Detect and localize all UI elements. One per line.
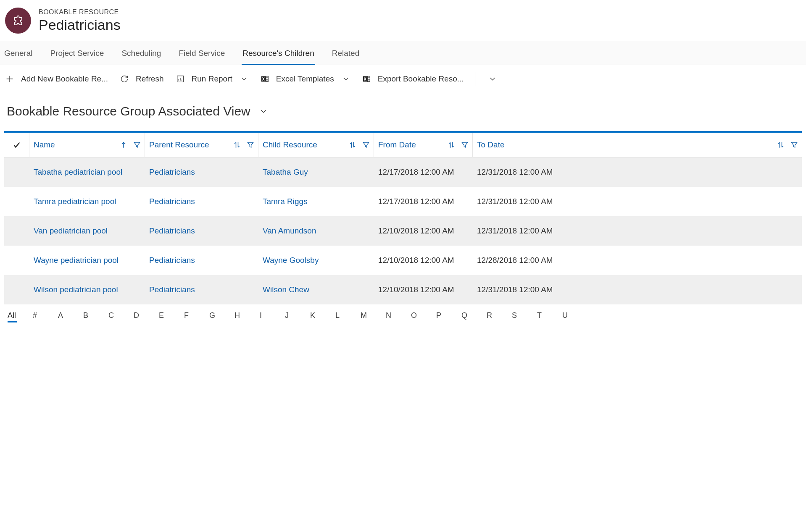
- alpha-filter-#[interactable]: #: [33, 309, 58, 322]
- cell-parent-resource[interactable]: Pediatricians: [145, 187, 258, 216]
- alpha-filter-f[interactable]: F: [184, 309, 209, 322]
- tab-general[interactable]: General: [3, 41, 34, 65]
- cell-child-resource[interactable]: Wilson Chew: [258, 275, 374, 304]
- column-child-label: Child Resource: [263, 140, 348, 149]
- column-header-parent-resource[interactable]: Parent Resource: [145, 133, 258, 157]
- filter-icon[interactable]: [133, 141, 141, 149]
- chevron-down-icon: [240, 75, 248, 83]
- column-header-from-date[interactable]: From Date: [374, 133, 473, 157]
- cell-name[interactable]: Wilson pediatrician pool: [29, 275, 145, 304]
- row-checkbox[interactable]: [4, 187, 29, 216]
- alpha-filter-k[interactable]: K: [310, 309, 335, 322]
- tab-project-service[interactable]: Project Service: [50, 41, 105, 65]
- column-header-to-date[interactable]: To Date: [473, 133, 802, 157]
- alpha-filter-h[interactable]: H: [234, 309, 260, 322]
- alpha-filter-s[interactable]: S: [512, 309, 537, 322]
- alpha-filter-b[interactable]: B: [83, 309, 108, 322]
- table-row[interactable]: Tabatha pediatrician poolPediatriciansTa…: [4, 157, 802, 187]
- refresh-icon: [120, 74, 129, 84]
- column-header-name[interactable]: Name: [29, 133, 145, 157]
- export-label: Export Bookable Reso...: [378, 74, 464, 84]
- alpha-filter-g[interactable]: G: [209, 309, 234, 322]
- sort-icon[interactable]: [777, 141, 785, 149]
- record-header: BOOKABLE RESOURCE Pediatricians: [0, 0, 806, 41]
- cell-child-resource[interactable]: Wayne Goolsby: [258, 246, 374, 275]
- alpha-filter-bar: All#ABCDEFGHIJKLMNOPQRSTU: [0, 304, 806, 324]
- refresh-button[interactable]: Refresh: [120, 74, 164, 84]
- alpha-filter-c[interactable]: C: [108, 309, 134, 322]
- sort-icon[interactable]: [447, 141, 456, 149]
- export-button[interactable]: Export Bookable Reso...: [362, 74, 464, 84]
- cell-parent-resource[interactable]: Pediatricians: [145, 275, 258, 304]
- alpha-filter-e[interactable]: E: [159, 309, 184, 322]
- sort-icon[interactable]: [348, 141, 357, 149]
- cell-name[interactable]: Wayne pediatrician pool: [29, 246, 145, 275]
- tab-field-service[interactable]: Field Service: [178, 41, 226, 65]
- alpha-filter-a[interactable]: A: [58, 309, 83, 322]
- filter-icon[interactable]: [790, 141, 798, 149]
- cell-parent-resource[interactable]: Pediatricians: [145, 157, 258, 187]
- report-icon: [176, 74, 185, 84]
- run-report-button[interactable]: Run Report: [176, 74, 248, 84]
- table-row[interactable]: Wilson pediatrician poolPediatriciansWil…: [4, 275, 802, 304]
- table-row[interactable]: Van pediatrician poolPediatriciansVan Am…: [4, 216, 802, 246]
- select-all-checkbox[interactable]: [4, 133, 29, 157]
- cell-to-date: 12/31/2018 12:00 AM: [473, 275, 802, 304]
- row-checkbox[interactable]: [4, 246, 29, 275]
- entity-icon: [5, 8, 31, 34]
- column-to-label: To Date: [477, 140, 777, 149]
- cell-from-date: 12/10/2018 12:00 AM: [374, 246, 473, 275]
- tab-related[interactable]: Related: [331, 41, 361, 65]
- view-title-label: Bookable Resource Group Associated View: [7, 104, 250, 118]
- cell-parent-resource[interactable]: Pediatricians: [145, 216, 258, 246]
- alpha-filter-r[interactable]: R: [487, 309, 512, 322]
- alpha-filter-all[interactable]: All: [8, 309, 33, 322]
- tab-resources-children[interactable]: Resource's Children: [242, 41, 315, 65]
- alpha-filter-q[interactable]: Q: [461, 309, 487, 322]
- add-new-button[interactable]: Add New Bookable Re...: [5, 74, 108, 84]
- cell-child-resource[interactable]: Tamra Riggs: [258, 187, 374, 216]
- tab-bar: General Project Service Scheduling Field…: [0, 41, 806, 65]
- chevron-down-icon: [259, 107, 268, 116]
- row-checkbox[interactable]: [4, 157, 29, 187]
- alpha-filter-l[interactable]: L: [335, 309, 361, 322]
- filter-icon[interactable]: [362, 141, 370, 149]
- cell-child-resource[interactable]: Van Amundson: [258, 216, 374, 246]
- more-commands-button[interactable]: [488, 74, 497, 84]
- cell-from-date: 12/10/2018 12:00 AM: [374, 216, 473, 246]
- sort-asc-icon[interactable]: [119, 141, 128, 149]
- cell-name[interactable]: Van pediatrician pool: [29, 216, 145, 246]
- alpha-filter-o[interactable]: O: [411, 309, 436, 322]
- excel-icon: [260, 74, 269, 84]
- excel-templates-label: Excel Templates: [276, 74, 334, 84]
- cell-name[interactable]: Tabatha pediatrician pool: [29, 157, 145, 187]
- cell-child-resource[interactable]: Tabatha Guy: [258, 157, 374, 187]
- alpha-filter-u[interactable]: U: [562, 309, 587, 322]
- view-title-row: Bookable Resource Group Associated View: [0, 93, 806, 131]
- alpha-filter-n[interactable]: N: [386, 309, 411, 322]
- filter-icon[interactable]: [246, 141, 255, 149]
- row-checkbox[interactable]: [4, 216, 29, 246]
- alpha-filter-i[interactable]: I: [260, 309, 285, 322]
- cell-name[interactable]: Tamra pediatrician pool: [29, 187, 145, 216]
- alpha-filter-t[interactable]: T: [537, 309, 562, 322]
- grid-body: Tabatha pediatrician poolPediatriciansTa…: [4, 157, 802, 304]
- command-bar: Add New Bookable Re... Refresh Run Repor…: [0, 65, 806, 93]
- table-row[interactable]: Wayne pediatrician poolPediatriciansWayn…: [4, 246, 802, 275]
- cell-from-date: 12/10/2018 12:00 AM: [374, 275, 473, 304]
- column-header-child-resource[interactable]: Child Resource: [258, 133, 374, 157]
- alpha-filter-j[interactable]: J: [285, 309, 310, 322]
- row-checkbox[interactable]: [4, 275, 29, 304]
- view-selector[interactable]: Bookable Resource Group Associated View: [7, 104, 268, 118]
- alpha-filter-p[interactable]: P: [436, 309, 461, 322]
- table-row[interactable]: Tamra pediatrician poolPediatriciansTamr…: [4, 187, 802, 216]
- alpha-filter-d[interactable]: D: [134, 309, 159, 322]
- filter-icon[interactable]: [461, 141, 469, 149]
- excel-templates-button[interactable]: Excel Templates: [260, 74, 350, 84]
- sort-icon[interactable]: [233, 141, 241, 149]
- excel-icon: [362, 74, 371, 84]
- alpha-filter-m[interactable]: M: [361, 309, 386, 322]
- tab-scheduling[interactable]: Scheduling: [121, 41, 162, 65]
- cell-parent-resource[interactable]: Pediatricians: [145, 246, 258, 275]
- cell-to-date: 12/28/2018 12:00 AM: [473, 246, 802, 275]
